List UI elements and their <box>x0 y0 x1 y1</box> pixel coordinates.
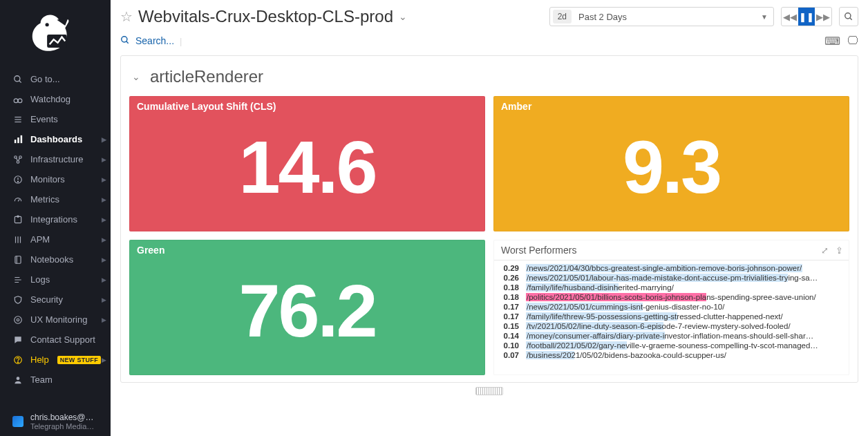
svg-point-2 <box>15 75 20 81</box>
sidebar-item-team[interactable]: Team <box>0 370 111 390</box>
search-area[interactable]: Search... | <box>120 35 815 47</box>
sidebar-item-dashboards[interactable]: Dashboards▶ <box>0 129 111 149</box>
time-range-chip: 2d <box>553 10 572 23</box>
worst-value: 0.07 <box>500 351 519 359</box>
tile-green[interactable]: Green 76.2 <box>129 240 485 375</box>
svg-rect-6 <box>17 99 19 100</box>
step-back-button[interactable]: ◀◀ <box>782 8 798 26</box>
sidebar-item-contact-support[interactable]: Contact Support <box>0 330 111 350</box>
worst-value: 0.18 <box>500 293 519 301</box>
notebook-icon <box>12 255 23 265</box>
search-icon <box>12 75 23 84</box>
sidebar-item-events[interactable]: Events <box>0 109 111 129</box>
chat-icon <box>12 335 23 345</box>
sidebar-item-label: Contact Support <box>30 334 95 345</box>
sidebar-item-notebooks[interactable]: Notebooks▶ <box>0 249 111 269</box>
sidebar-item-label: Notebooks <box>30 254 73 265</box>
time-range-picker[interactable]: 2d Past 2 Days ▼ <box>549 7 774 26</box>
svg-rect-10 <box>14 140 16 143</box>
chevron-right-icon: ▶ <box>102 216 106 223</box>
sidebar-item-go-to[interactable]: Go to... <box>0 69 111 89</box>
sidebar-item-monitors[interactable]: Monitors▶ <box>0 169 111 189</box>
sidebar-item-label: Security <box>30 294 63 305</box>
svg-point-15 <box>17 160 19 163</box>
worst-row[interactable]: 0.10/football/2021/05/02/gary-neville-v-… <box>498 341 845 350</box>
sidebar-item-label: Logs <box>30 274 50 285</box>
binoculars-icon <box>12 95 23 104</box>
chevron-right-icon: ▶ <box>102 316 106 323</box>
resize-handle[interactable] <box>475 387 503 395</box>
worst-path: /money/consumer-affairs/diary-private-in… <box>526 332 843 340</box>
gauge-icon <box>12 195 23 205</box>
fullscreen-icon[interactable]: 🖵 <box>847 35 858 48</box>
sidebar-item-ux-monitoring[interactable]: UX Monitoring▶ <box>0 310 111 330</box>
collapse-icon[interactable]: ⌄ <box>132 71 140 82</box>
sidebar: Go to...WatchdogEventsDashboards▶Infrast… <box>0 0 111 436</box>
worst-value: 0.29 <box>500 264 519 272</box>
svg-point-18 <box>17 181 18 182</box>
sidebar-item-help[interactable]: HelpNEW STUFF▶ <box>0 350 111 370</box>
worst-row[interactable]: 0.18/politics/2021/05/01/billions-scots-… <box>498 292 845 302</box>
svg-point-34 <box>122 36 127 41</box>
svg-line-3 <box>19 80 21 82</box>
worst-row[interactable]: 0.18/family/life/husband-disinherited-ma… <box>498 283 845 292</box>
worst-value: 0.26 <box>500 274 519 282</box>
title-dropdown-icon[interactable]: ⌄ <box>399 11 407 22</box>
sidebar-profile: chris.boakes@… Telegraph Media… <box>0 410 111 436</box>
sidebar-item-label: Dashboards <box>30 134 82 144</box>
worst-row[interactable]: 0.14/money/consumer-affairs/diary-privat… <box>498 331 845 341</box>
dashboard-content: ⌄ articleRenderer Cumulative Layout Shif… <box>111 55 868 436</box>
logs-icon <box>12 275 23 285</box>
svg-point-1 <box>46 23 49 26</box>
ux-icon <box>12 315 23 325</box>
sidebar-item-security[interactable]: Security▶ <box>0 290 111 310</box>
topbar: ☆ Webvitals-Crux-Desktop-CLS-prod ⌄ 2d P… <box>111 0 868 30</box>
svg-point-21 <box>17 216 19 217</box>
play-controls: ◀◀ ❚❚ ▶▶ <box>781 7 832 26</box>
svg-point-30 <box>17 361 18 362</box>
worst-row[interactable]: 0.07/business/2021/05/02/bidens-bazooka-… <box>498 350 845 360</box>
worst-row[interactable]: 0.29/news/2021/04/30/bbcs-greatest-singl… <box>498 263 845 273</box>
worst-row[interactable]: 0.26/news/2021/05/01/labour-has-made-mis… <box>498 273 845 283</box>
tile-amber[interactable]: Amber 9.3 <box>493 96 849 231</box>
svg-point-32 <box>845 13 851 19</box>
search-icon <box>120 35 130 47</box>
sidebar-item-label: APM <box>30 234 50 245</box>
panel-title: articleRenderer <box>150 67 263 86</box>
time-range-label: Past 2 Days <box>572 12 758 22</box>
sidebar-item-watchdog[interactable]: Watchdog <box>0 89 111 109</box>
svg-line-33 <box>850 18 852 20</box>
search-button[interactable] <box>839 7 858 26</box>
worst-row[interactable]: 0.15/tv/2021/05/02/line-duty-season-6-ep… <box>498 321 845 331</box>
sidebar-item-logs[interactable]: Logs▶ <box>0 269 111 290</box>
sidebar-item-label: Help <box>30 354 49 365</box>
sidebar-item-metrics[interactable]: Metrics▶ <box>0 189 111 209</box>
worst-list: 0.29/news/2021/04/30/bbcs-greatest-singl… <box>494 260 849 375</box>
svg-line-35 <box>126 41 129 43</box>
chevron-right-icon: ▶ <box>102 236 106 243</box>
step-forward-button[interactable]: ▶▶ <box>815 8 831 26</box>
worst-value: 0.17 <box>500 312 519 321</box>
star-icon[interactable]: ☆ <box>120 8 133 25</box>
sidebar-item-infrastructure[interactable]: Infrastructure▶ <box>0 149 111 169</box>
sidebar-item-apm[interactable]: APM▶ <box>0 229 111 249</box>
sidebar-item-integrations[interactable]: Integrations▶ <box>0 209 111 229</box>
search-placeholder: Search... <box>135 35 174 46</box>
sidebar-item-label: Metrics <box>30 194 59 205</box>
worst-row[interactable]: 0.17/family/life/threw-95-possessions-ge… <box>498 312 845 321</box>
keyboard-icon[interactable]: ⌨ <box>824 35 840 48</box>
sidebar-item-label: Infrastructure <box>30 154 84 164</box>
tile-cls[interactable]: Cumulative Layout Shift (CLS) 14.6 <box>129 96 485 231</box>
list-icon <box>12 115 23 124</box>
tile-value: 76.2 <box>130 240 484 375</box>
sidebar-item-label: Monitors <box>30 174 65 184</box>
pause-button[interactable]: ❚❚ <box>798 8 815 26</box>
logo[interactable] <box>0 0 111 69</box>
svg-rect-25 <box>15 256 21 263</box>
expand-icon[interactable]: ⤢ <box>821 245 829 256</box>
sidebar-item-label: Go to... <box>30 74 60 84</box>
export-icon[interactable]: ⇪ <box>836 245 843 256</box>
profile-row[interactable]: chris.boakes@… Telegraph Media… <box>12 413 102 430</box>
worst-row[interactable]: 0.17/news/2021/05/01/cummings-isnt-geniu… <box>498 302 845 312</box>
person-icon <box>12 375 23 385</box>
